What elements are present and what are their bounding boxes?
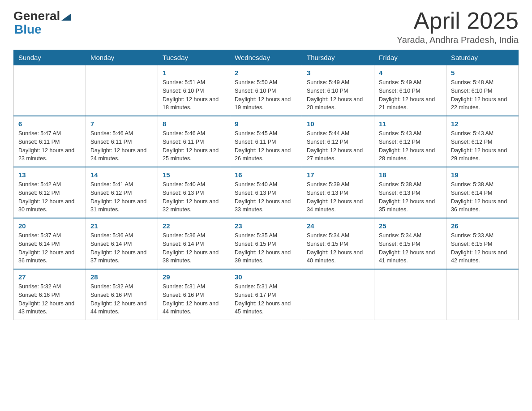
calendar-cell: 14Sunrise: 5:41 AMSunset: 6:12 PMDayligh…: [86, 167, 158, 218]
day-number: 1: [163, 69, 225, 77]
calendar-cell: 13Sunrise: 5:42 AMSunset: 6:12 PMDayligh…: [14, 167, 86, 218]
calendar-cell: 11Sunrise: 5:43 AMSunset: 6:12 PMDayligh…: [374, 116, 446, 167]
day-header-tuesday: Tuesday: [158, 50, 230, 65]
calendar-cell: 16Sunrise: 5:40 AMSunset: 6:13 PMDayligh…: [230, 167, 302, 218]
calendar-header-row: SundayMondayTuesdayWednesdayThursdayFrid…: [14, 50, 519, 65]
day-number: 15: [163, 171, 225, 179]
calendar-cell: 21Sunrise: 5:36 AMSunset: 6:14 PMDayligh…: [86, 218, 158, 269]
day-number: 29: [163, 273, 225, 281]
day-number: 24: [307, 222, 369, 230]
title-section: April 2025 Yarada, Andhra Pradesh, India: [397, 9, 519, 45]
day-info: Sunrise: 5:31 AMSunset: 6:16 PMDaylight:…: [163, 283, 225, 316]
day-info: Sunrise: 5:34 AMSunset: 6:15 PMDaylight:…: [307, 231, 369, 265]
day-number: 27: [18, 273, 81, 281]
calendar-week-1: 1Sunrise: 5:51 AMSunset: 6:10 PMDaylight…: [14, 65, 519, 116]
day-number: 5: [451, 69, 514, 77]
calendar-cell: 2Sunrise: 5:50 AMSunset: 6:10 PMDaylight…: [230, 65, 302, 116]
calendar-cell: [302, 269, 374, 320]
day-number: 25: [379, 222, 442, 230]
day-info: Sunrise: 5:51 AMSunset: 6:10 PMDaylight:…: [163, 78, 225, 112]
calendar-table: SundayMondayTuesdayWednesdayThursdayFrid…: [13, 50, 519, 320]
day-number: 16: [235, 171, 297, 179]
day-number: 6: [18, 120, 81, 128]
svg-marker-0: [61, 13, 71, 21]
day-info: Sunrise: 5:43 AMSunset: 6:12 PMDaylight:…: [451, 129, 514, 163]
day-info: Sunrise: 5:44 AMSunset: 6:12 PMDaylight:…: [307, 129, 369, 163]
calendar-week-5: 27Sunrise: 5:32 AMSunset: 6:16 PMDayligh…: [14, 269, 519, 320]
day-info: Sunrise: 5:49 AMSunset: 6:10 PMDaylight:…: [307, 78, 369, 112]
calendar-cell: 27Sunrise: 5:32 AMSunset: 6:16 PMDayligh…: [14, 269, 86, 320]
day-header-thursday: Thursday: [302, 50, 374, 65]
calendar-cell: 25Sunrise: 5:34 AMSunset: 6:15 PMDayligh…: [374, 218, 446, 269]
day-number: 4: [379, 69, 442, 77]
day-number: 11: [379, 120, 442, 128]
calendar-cell: [446, 269, 519, 320]
logo-blue-part: [60, 12, 71, 21]
day-header-friday: Friday: [374, 50, 446, 65]
calendar-cell: [86, 65, 158, 116]
calendar-cell: 28Sunrise: 5:32 AMSunset: 6:16 PMDayligh…: [86, 269, 158, 320]
day-info: Sunrise: 5:34 AMSunset: 6:15 PMDaylight:…: [379, 231, 442, 265]
day-header-sunday: Sunday: [14, 50, 86, 65]
calendar-week-3: 13Sunrise: 5:42 AMSunset: 6:12 PMDayligh…: [14, 167, 519, 218]
logo-general-text: General: [13, 9, 60, 23]
day-number: 13: [18, 171, 81, 179]
day-info: Sunrise: 5:38 AMSunset: 6:13 PMDaylight:…: [379, 180, 442, 214]
day-number: 10: [307, 120, 369, 128]
calendar-cell: 17Sunrise: 5:39 AMSunset: 6:13 PMDayligh…: [302, 167, 374, 218]
calendar-week-2: 6Sunrise: 5:47 AMSunset: 6:11 PMDaylight…: [14, 116, 519, 167]
day-info: Sunrise: 5:32 AMSunset: 6:16 PMDaylight:…: [90, 283, 153, 316]
day-number: 20: [18, 222, 81, 230]
day-info: Sunrise: 5:48 AMSunset: 6:10 PMDaylight:…: [451, 78, 514, 112]
day-info: Sunrise: 5:39 AMSunset: 6:13 PMDaylight:…: [307, 180, 369, 214]
day-number: 30: [235, 273, 297, 281]
day-number: 9: [235, 120, 297, 128]
day-number: 8: [163, 120, 225, 128]
day-number: 18: [379, 171, 442, 179]
calendar-week-4: 20Sunrise: 5:37 AMSunset: 6:14 PMDayligh…: [14, 218, 519, 269]
calendar-cell: 24Sunrise: 5:34 AMSunset: 6:15 PMDayligh…: [302, 218, 374, 269]
calendar-cell: 5Sunrise: 5:48 AMSunset: 6:10 PMDaylight…: [446, 65, 519, 116]
day-number: 3: [307, 69, 369, 77]
day-number: 21: [90, 222, 153, 230]
calendar-cell: 7Sunrise: 5:46 AMSunset: 6:11 PMDaylight…: [86, 116, 158, 167]
calendar-cell: 22Sunrise: 5:36 AMSunset: 6:14 PMDayligh…: [158, 218, 230, 269]
day-info: Sunrise: 5:38 AMSunset: 6:14 PMDaylight:…: [451, 180, 514, 214]
day-info: Sunrise: 5:32 AMSunset: 6:16 PMDaylight:…: [18, 283, 81, 316]
day-info: Sunrise: 5:46 AMSunset: 6:11 PMDaylight:…: [163, 129, 225, 163]
calendar-cell: 3Sunrise: 5:49 AMSunset: 6:10 PMDaylight…: [302, 65, 374, 116]
day-header-wednesday: Wednesday: [230, 50, 302, 65]
day-info: Sunrise: 5:46 AMSunset: 6:11 PMDaylight:…: [90, 129, 153, 163]
calendar-cell: 20Sunrise: 5:37 AMSunset: 6:14 PMDayligh…: [14, 218, 86, 269]
location-subtitle: Yarada, Andhra Pradesh, India: [397, 35, 519, 45]
day-info: Sunrise: 5:43 AMSunset: 6:12 PMDaylight:…: [379, 129, 442, 163]
day-info: Sunrise: 5:47 AMSunset: 6:11 PMDaylight:…: [18, 129, 81, 163]
day-number: 7: [90, 120, 153, 128]
day-number: 2: [235, 69, 297, 77]
day-number: 23: [235, 222, 297, 230]
calendar-cell: 18Sunrise: 5:38 AMSunset: 6:13 PMDayligh…: [374, 167, 446, 218]
day-number: 14: [90, 171, 153, 179]
calendar-cell: 15Sunrise: 5:40 AMSunset: 6:13 PMDayligh…: [158, 167, 230, 218]
day-info: Sunrise: 5:42 AMSunset: 6:12 PMDaylight:…: [18, 180, 81, 214]
day-info: Sunrise: 5:49 AMSunset: 6:10 PMDaylight:…: [379, 78, 442, 112]
calendar-cell: 6Sunrise: 5:47 AMSunset: 6:11 PMDaylight…: [14, 116, 86, 167]
day-info: Sunrise: 5:33 AMSunset: 6:15 PMDaylight:…: [451, 231, 514, 265]
day-info: Sunrise: 5:40 AMSunset: 6:13 PMDaylight:…: [235, 180, 297, 214]
day-number: 19: [451, 171, 514, 179]
month-title: April 2025: [397, 9, 519, 32]
calendar-cell: 8Sunrise: 5:46 AMSunset: 6:11 PMDaylight…: [158, 116, 230, 167]
day-number: 28: [90, 273, 153, 281]
calendar-cell: 9Sunrise: 5:45 AMSunset: 6:11 PMDaylight…: [230, 116, 302, 167]
logo: General Blue: [13, 9, 71, 37]
calendar-cell: 29Sunrise: 5:31 AMSunset: 6:16 PMDayligh…: [158, 269, 230, 320]
day-info: Sunrise: 5:41 AMSunset: 6:12 PMDaylight:…: [90, 180, 153, 214]
logo-arrow-icon: [61, 13, 71, 21]
day-info: Sunrise: 5:37 AMSunset: 6:14 PMDaylight:…: [18, 231, 81, 265]
calendar-cell: 1Sunrise: 5:51 AMSunset: 6:10 PMDaylight…: [158, 65, 230, 116]
day-header-monday: Monday: [86, 50, 158, 65]
day-info: Sunrise: 5:36 AMSunset: 6:14 PMDaylight:…: [90, 231, 153, 265]
calendar-cell: [14, 65, 86, 116]
calendar-cell: [374, 269, 446, 320]
day-info: Sunrise: 5:35 AMSunset: 6:15 PMDaylight:…: [235, 231, 297, 265]
